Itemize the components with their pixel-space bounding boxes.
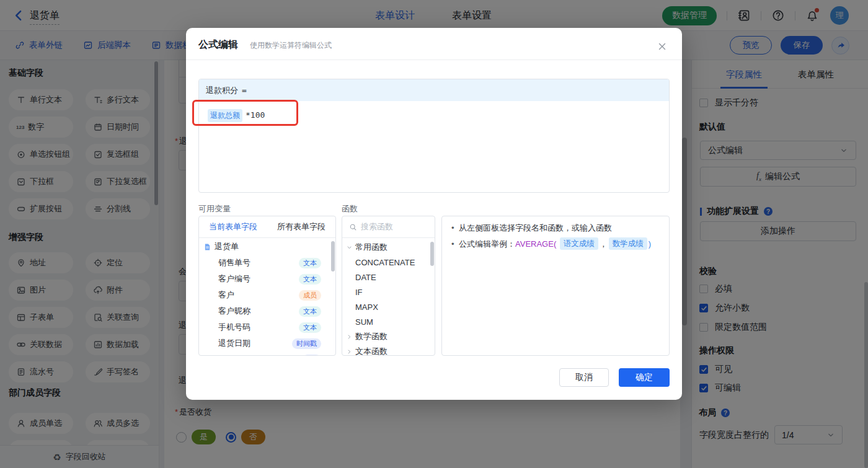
variables-label: 可用变量 bbox=[198, 203, 231, 214]
field-type-badge: 文本 bbox=[299, 258, 321, 268]
file-icon bbox=[203, 243, 211, 251]
form-root-node[interactable]: 退货单 bbox=[199, 239, 335, 255]
tab-all-form-fields[interactable]: 所有表单字段 bbox=[267, 216, 335, 237]
variable-rows: 销售单号 文本 客户编号 文本 客户 成员 客户昵称 文本 手机号码 文本 bbox=[199, 255, 335, 356]
variable-row[interactable]: 客户 成员 bbox=[199, 287, 335, 303]
variable-row[interactable]: 客户昵称 文本 bbox=[199, 303, 335, 319]
field-type-badge bbox=[303, 355, 321, 356]
help-panel: • 从左侧面板选择字段名和函数，或输入函数 • 公式编辑举例：AVERAGE( … bbox=[441, 216, 670, 356]
function-row[interactable]: 数学函数 bbox=[342, 329, 435, 344]
function-row[interactable]: MAPX bbox=[342, 299, 435, 314]
modal-title: 公式编辑 bbox=[198, 38, 238, 51]
modal-header: 公式编辑 使用数学运算符编辑公式 bbox=[186, 28, 682, 60]
search-placeholder: 搜索函数 bbox=[361, 221, 393, 232]
functions-scrollbar[interactable] bbox=[430, 242, 434, 266]
variable-row[interactable]: 销售单号 文本 bbox=[199, 255, 335, 271]
variable-tabs: 当前表单字段 所有表单字段 bbox=[199, 216, 335, 238]
function-row[interactable]: SUM bbox=[342, 314, 435, 329]
formula-expression[interactable]: 退款总额*100 bbox=[199, 101, 669, 130]
variables-panel: 当前表单字段 所有表单字段 退货单 销售单号 文本 客户编号 文本 客户 bbox=[198, 216, 336, 356]
function-list: 常用函数 CONCATENATE DATE IF MAPX bbox=[342, 238, 435, 356]
confirm-button[interactable]: 确定 bbox=[619, 368, 670, 387]
variable-row[interactable]: 退货日期 时间戳 bbox=[199, 335, 335, 351]
formula-target-bar: 退款积分= bbox=[199, 79, 669, 101]
field-type-badge: 文本 bbox=[299, 322, 321, 333]
cancel-button[interactable]: 取消 bbox=[559, 368, 609, 387]
tab-current-form-fields[interactable]: 当前表单字段 bbox=[199, 216, 267, 237]
help-bullet-1: • 从左侧面板选择字段名和函数，或输入函数 bbox=[451, 220, 660, 236]
function-row[interactable]: CONCATENATE bbox=[342, 255, 435, 270]
example-chip: 数学成绩 bbox=[609, 237, 647, 250]
modal-footer: 取消 确定 bbox=[559, 368, 670, 387]
function-row[interactable]: DATE bbox=[342, 270, 435, 285]
function-row[interactable]: IF bbox=[342, 285, 435, 299]
function-row[interactable]: 常用函数 bbox=[342, 240, 435, 255]
chevron-down-icon bbox=[345, 244, 353, 251]
field-type-badge: 时间戳 bbox=[292, 338, 321, 349]
field-type-badge: 文本 bbox=[299, 274, 321, 285]
variable-row[interactable]: 手机号码 文本 bbox=[199, 319, 335, 335]
formula-editor[interactable]: 退款积分= 退款总额*100 bbox=[198, 79, 670, 193]
search-icon bbox=[349, 223, 357, 231]
close-icon[interactable] bbox=[657, 42, 667, 51]
functions-panel: 搜索函数 常用函数 CONCATENATE DATE IF bbox=[342, 216, 435, 356]
example-chip: 语文成绩 bbox=[560, 237, 598, 250]
chevron-right-icon bbox=[345, 333, 353, 340]
function-row[interactable]: 文本函数 bbox=[342, 344, 435, 356]
variable-row[interactable] bbox=[199, 351, 335, 356]
formula-edit-modal: 公式编辑 使用数学运算符编辑公式 退款积分= 退款总额*100 可用变量 函数 … bbox=[186, 28, 682, 400]
help-bullet-2: • 公式编辑举例：AVERAGE( 语文成绩，数学成绩) bbox=[451, 236, 660, 252]
modal-subtitle: 使用数学运算符编辑公式 bbox=[250, 40, 332, 51]
variables-scrollbar[interactable] bbox=[331, 241, 335, 272]
field-type-badge: 文本 bbox=[299, 306, 321, 317]
field-chip[interactable]: 退款总额 bbox=[208, 109, 242, 122]
functions-label: 函数 bbox=[342, 203, 358, 214]
function-rows: 常用函数 CONCATENATE DATE IF MAPX bbox=[342, 240, 435, 356]
variable-list: 退货单 销售单号 文本 客户编号 文本 客户 成员 客户昵称 文本 bbox=[199, 238, 335, 356]
variable-row[interactable]: 客户编号 文本 bbox=[199, 271, 335, 287]
function-search[interactable]: 搜索函数 bbox=[342, 216, 435, 238]
chevron-right-icon bbox=[345, 348, 353, 355]
field-type-badge: 成员 bbox=[299, 290, 321, 301]
